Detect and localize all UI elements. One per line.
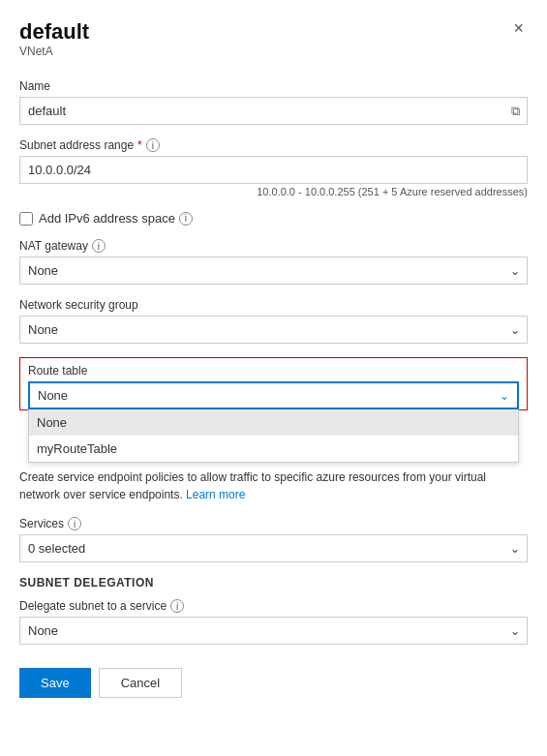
nsg-field-group: Network security group None ⌄ <box>19 298 528 344</box>
route-table-dropdown-menu: None myRouteTable <box>28 409 519 463</box>
nsg-label: Network security group <box>19 298 528 312</box>
services-info-icon[interactable]: i <box>68 517 81 530</box>
route-table-chevron-icon: ⌄ <box>500 389 509 403</box>
learn-more-link[interactable]: Learn more <box>186 488 245 501</box>
required-indicator: * <box>137 138 142 152</box>
delegate-select-wrapper: None ⌄ <box>19 617 528 645</box>
route-table-dropdown-input[interactable]: None ⌄ <box>28 381 519 409</box>
panel-subtitle: VNetA <box>19 45 89 58</box>
nat-gateway-select-wrapper: None ⌄ <box>19 257 528 285</box>
nat-gateway-field-group: NAT gateway i None ⌄ <box>19 239 528 285</box>
delegate-label-text: Delegate subnet to a service <box>19 599 167 613</box>
nat-gateway-select[interactable]: None <box>19 257 528 285</box>
cancel-button[interactable]: Cancel <box>99 668 182 698</box>
name-field-group: Name ⧉ <box>19 79 528 125</box>
subnet-delegation-heading: SUBNET DELEGATION <box>19 576 528 590</box>
ipv6-info-icon[interactable]: i <box>179 212 193 226</box>
nat-gateway-info-icon[interactable]: i <box>92 239 106 253</box>
panel-header: default VNetA × <box>19 19 528 76</box>
name-input[interactable] <box>19 97 528 125</box>
subnet-address-label: Subnet address range * i <box>19 138 528 152</box>
ipv6-checkbox-row: Add IPv6 address space i <box>19 211 528 226</box>
subnet-delegation-section: SUBNET DELEGATION Delegate subnet to a s… <box>19 576 528 645</box>
services-field-group: Services i 0 selected ⌄ <box>19 517 528 562</box>
save-button[interactable]: Save <box>19 668 91 698</box>
service-endpoints-text: Create service endpoint policies to allo… <box>19 470 486 501</box>
edit-subnet-panel: default VNetA × Name ⧉ Subnet address ra… <box>0 0 547 756</box>
subnet-address-field-group: Subnet address range * i 10.0.0.0 - 10.0… <box>19 138 528 197</box>
route-table-label: Route table <box>28 364 519 378</box>
subnet-address-label-text: Subnet address range <box>19 138 134 152</box>
name-input-wrapper: ⧉ <box>19 97 528 125</box>
route-table-option-myroutable[interactable]: myRouteTable <box>29 436 518 462</box>
delegate-info-icon[interactable]: i <box>170 599 184 613</box>
name-label: Name <box>19 79 528 93</box>
services-select[interactable]: 0 selected <box>19 534 528 562</box>
route-table-section: Route table None ⌄ None myRouteTable <box>19 357 528 410</box>
copy-icon[interactable]: ⧉ <box>511 104 520 119</box>
ipv6-label-text: Add IPv6 address space <box>39 211 175 226</box>
subnet-address-info-icon[interactable]: i <box>146 138 160 152</box>
panel-title-group: default VNetA <box>19 19 89 76</box>
delegate-label: Delegate subnet to a service i <box>19 599 528 613</box>
services-label: Services i <box>19 517 528 530</box>
panel-title: default <box>19 19 89 45</box>
service-endpoints-info: Create service endpoint policies to allo… <box>19 469 528 503</box>
route-table-selected-value: None <box>38 388 500 403</box>
subnet-address-input[interactable] <box>19 156 528 184</box>
route-table-dropdown-wrapper: None ⌄ None myRouteTable <box>28 381 519 409</box>
services-label-text: Services <box>19 517 64 530</box>
services-select-wrapper: 0 selected ⌄ <box>19 534 528 562</box>
footer-buttons: Save Cancel <box>19 668 528 698</box>
subnet-address-hint: 10.0.0.0 - 10.0.0.255 (251 + 5 Azure res… <box>19 186 528 197</box>
nat-gateway-label-text: NAT gateway <box>19 239 88 253</box>
nat-gateway-label: NAT gateway i <box>19 239 528 253</box>
route-table-option-none[interactable]: None <box>29 409 518 436</box>
nsg-select-wrapper: None ⌄ <box>19 316 528 344</box>
ipv6-checkbox-label: Add IPv6 address space i <box>39 211 193 226</box>
close-button[interactable]: × <box>509 19 528 37</box>
delegate-select[interactable]: None <box>19 617 528 645</box>
nsg-select[interactable]: None <box>19 316 528 344</box>
ipv6-checkbox[interactable] <box>19 212 33 226</box>
